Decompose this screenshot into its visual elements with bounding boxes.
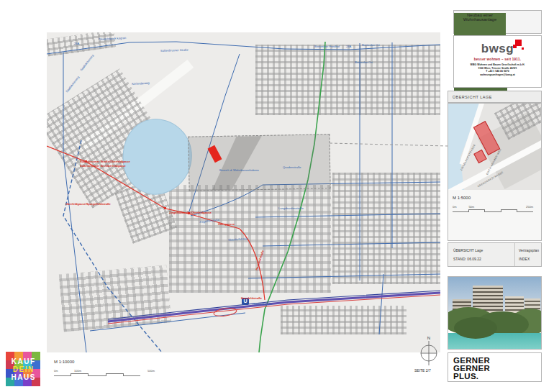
bwsg-square-icon	[522, 47, 524, 50]
map-street-label: Quadenstraße	[283, 166, 301, 169]
divider	[514, 243, 515, 266]
minimap-labels: ZIEGELHOFSTRASSEEDITH-KRAMER-WEGOBERDORF…	[448, 104, 541, 190]
map-street-label: Hausfeldstraße	[241, 297, 262, 300]
rendering-trees	[454, 317, 497, 339]
map-street-label: Hausfeldstraße	[255, 250, 265, 271]
map-street-label: Oberdorfstraße	[228, 237, 248, 242]
scale-label: M 1:5000	[453, 196, 537, 200]
map-street-label: 26A	[74, 42, 79, 45]
map-street-label: Süßenbrunner Str./Oberfeldgasse	[80, 165, 126, 168]
map-street-label: Ziegelhofstraße/Oberfeldgasse	[169, 211, 212, 214]
map-street-label: Langobardenstraße	[278, 207, 304, 210]
minimap-street-label: EDITH-KRAMER-WEG	[486, 148, 502, 176]
plan-info-box: ÜBERSICHT Lage STAND: 06.09.22 Vertragsp…	[448, 242, 542, 267]
scale-bar	[54, 373, 140, 376]
map-street-label: Korianderweg	[132, 82, 150, 86]
developer-email: wohnungsanfragen@bwsg.at	[454, 73, 541, 77]
map-street-label: Breitenlee Ort	[362, 44, 380, 47]
developer-logo-box: bwsg besser wohnen – seit 1911. WBG Wohn…	[453, 35, 542, 88]
plan-index: INDEX	[519, 257, 530, 261]
section-title-bar: ÜBERSICHT LAGE	[448, 91, 542, 103]
detail-map-scale: M 1:5000 0m50m250m	[448, 190, 541, 212]
scale-label: M 1:10000	[54, 360, 155, 364]
map-street-label: Saatbäckerweg	[80, 54, 94, 71]
map-street-label: Hausfeldstraße	[253, 303, 272, 306]
detail-map-panel: ZIEGELHOFSTRASSEEDITH-KRAMER-WEGOBERDORF…	[448, 103, 542, 241]
map-street-label: Oberfeldgasse/Spargelfeldstraße	[65, 203, 111, 206]
architect-line: PLUS.	[453, 373, 536, 380]
map-street-label: Bereich d. Wohnbauvorhabens	[219, 169, 259, 172]
site-plan-map: U Gewerbepark Kagran26ASüßenbrunner Stra…	[47, 32, 440, 352]
north-label: N	[427, 336, 430, 340]
map-scale: M 1:10000 0m100m500m	[54, 360, 155, 376]
map-street-label: 24A	[346, 45, 351, 48]
plan-date: STAND: 06.09.22	[453, 257, 481, 261]
minimap-street-label: OBERDORFSTRASSE	[477, 171, 504, 188]
plan-sheet: U Gewerbepark Kagran26ASüßenbrunner Stra…	[0, 0, 554, 392]
bwsg-tagline: besser wohnen – seit 1911.	[454, 58, 541, 61]
project-title-box: Neubau einer Wohnhausanlage Ziegelhofstr…	[453, 10, 542, 34]
plan-type: ÜBERSICHT Lage	[453, 248, 483, 252]
plan-kind: Vertragsplan	[519, 248, 539, 252]
page-number: SEITE 2/7	[414, 368, 431, 373]
bwsg-square-icon	[513, 45, 517, 48]
map-street-label: Süßenbrunner Straße	[160, 49, 189, 53]
developer-contact: WBG Wohnen und Bauen Gesellschaft m.b.H.…	[454, 63, 541, 77]
brand-word: HAUS	[10, 373, 36, 381]
map-street-label: Gewerbepark Kagran	[99, 37, 126, 41]
detail-map: ZIEGELHOFSTRASSEEDITH-KRAMER-WEGOBERDORF…	[448, 104, 541, 190]
bwsg-logo: bwsg	[481, 42, 514, 55]
brand-word: KAUF	[10, 357, 35, 365]
kauf-dein-haus-text: KAUF DEIN HAUS	[6, 352, 40, 386]
map-labels: Gewerbepark Kagran26ASüßenbrunner Straße…	[47, 32, 440, 352]
minimap-street-label: ZIEGELHOFSTRASSE	[460, 144, 476, 171]
scale-bar	[453, 209, 533, 212]
map-street-label: Ziegelhofstraße	[199, 219, 219, 224]
north-arrow: N	[416, 334, 442, 370]
map-street-label: Zwerggasse	[218, 223, 235, 226]
map-street-label: Breitenlee Ort	[355, 61, 373, 64]
project-rendering	[448, 276, 542, 350]
bwsg-wordmark: bwsg	[481, 42, 514, 55]
map-street-label: Saatbäckerweg	[65, 76, 80, 93]
architect-logo-box: GERNER GERNER PLUS.	[448, 352, 542, 382]
map-street-label: Süßenbrunner Straße/Oberfeldgasse	[80, 160, 130, 163]
brand-word: DEIN	[12, 365, 34, 373]
map-street-label: Breitenleer Friedhof	[314, 45, 340, 48]
